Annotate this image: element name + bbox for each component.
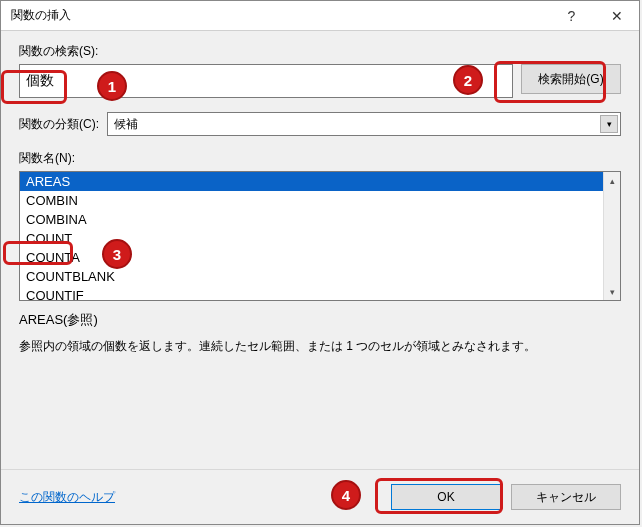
annotation-badge-4: 4 xyxy=(331,480,361,510)
help-button[interactable]: ? xyxy=(549,1,594,31)
function-name-label: 関数名(N): xyxy=(19,150,621,167)
listbox-scrollbar[interactable]: ▴ ▾ xyxy=(603,172,620,300)
insert-function-dialog: 関数の挿入 ? ✕ 関数の検索(S): 検索開始(G) 関数の分類(C): 候補… xyxy=(0,0,640,525)
function-listbox[interactable]: AREASCOMBINCOMBINACOUNTCOUNTACOUNTBLANKC… xyxy=(19,171,621,301)
search-start-button[interactable]: 検索開始(G) xyxy=(521,64,621,94)
search-input[interactable] xyxy=(19,64,513,98)
list-item[interactable]: COUNTBLANK xyxy=(20,267,603,286)
list-item[interactable]: COMBIN xyxy=(20,191,603,210)
list-item[interactable]: COMBINA xyxy=(20,210,603,229)
function-description: 参照内の領域の個数を返します。連続したセル範囲、または 1 つのセルが領域とみな… xyxy=(19,337,621,355)
function-help-link[interactable]: この関数のヘルプ xyxy=(19,489,115,506)
chevron-down-icon: ▾ xyxy=(600,115,618,133)
category-label: 関数の分類(C): xyxy=(19,116,99,133)
cancel-button[interactable]: キャンセル xyxy=(511,484,621,510)
function-signature: AREAS(参照) xyxy=(19,311,621,329)
category-select[interactable]: 候補 ▾ xyxy=(107,112,621,136)
close-button[interactable]: ✕ xyxy=(594,1,639,31)
dialog-content: 関数の検索(S): 検索開始(G) 関数の分類(C): 候補 ▾ 関数名(N):… xyxy=(1,31,639,469)
list-item[interactable]: COUNT xyxy=(20,229,603,248)
dialog-title: 関数の挿入 xyxy=(11,7,549,24)
list-item[interactable]: COUNTA xyxy=(20,248,603,267)
ok-button[interactable]: OK xyxy=(391,484,501,510)
list-item[interactable]: COUNTIF xyxy=(20,286,603,300)
titlebar: 関数の挿入 ? ✕ xyxy=(1,1,639,31)
scroll-down-icon[interactable]: ▾ xyxy=(604,283,620,300)
dialog-footer: この関数のヘルプ OK キャンセル 4 xyxy=(1,469,639,524)
scroll-up-icon[interactable]: ▴ xyxy=(604,172,620,189)
category-selected-value: 候補 xyxy=(114,116,138,133)
search-label: 関数の検索(S): xyxy=(19,43,621,60)
list-item[interactable]: AREAS xyxy=(20,172,603,191)
